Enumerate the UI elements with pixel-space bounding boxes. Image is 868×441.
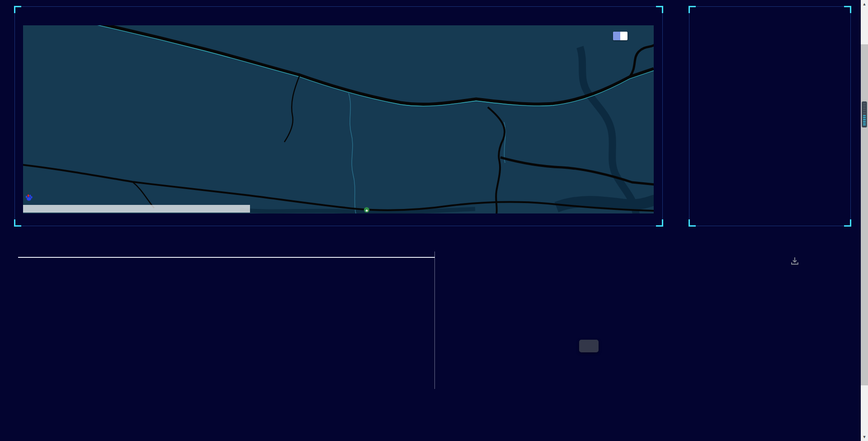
road [500, 157, 654, 185]
device-status-section [18, 240, 435, 258]
river [580, 47, 636, 213]
map-type-map-button[interactable] [613, 32, 620, 40]
scrollbar-thumb[interactable] [861, 44, 868, 385]
section-divider [434, 251, 435, 389]
park-icon-glyph: ♣ [365, 209, 368, 213]
device-address-panel [689, 6, 851, 226]
baidu-logo [25, 194, 34, 202]
road [132, 182, 154, 208]
panel-corner [689, 219, 696, 227]
map-type-toggle [613, 32, 627, 40]
panel-corner [14, 219, 21, 227]
line-chart[interactable] [470, 237, 832, 438]
panel-corner [656, 219, 663, 227]
panel-corner [689, 6, 696, 13]
scroll-widget [862, 101, 867, 128]
road [284, 75, 300, 142]
creek [349, 93, 356, 213]
panel-corner [844, 6, 851, 13]
panel-corner [656, 6, 663, 13]
map-canvas: ♣ [23, 25, 654, 213]
road-g318 [488, 107, 505, 213]
trip-statistics-section [470, 237, 832, 438]
chart-tooltip [579, 340, 599, 352]
scrollbar-up-arrow[interactable]: ▲ [861, 1, 868, 7]
road-highlight [86, 25, 654, 106]
tooltip-series-dot [585, 343, 589, 348]
table-header-row [18, 245, 435, 258]
device-location-panel: ♣ [14, 6, 663, 226]
baidu-paw-icon [25, 194, 33, 202]
panel-corner [844, 219, 851, 227]
panel-corner [14, 6, 21, 13]
dashboard: ♣ [0, 0, 868, 441]
baidu-map[interactable]: ♣ [23, 25, 654, 213]
road-g50 [86, 25, 654, 104]
scrollbar[interactable]: ▲ ▼ [861, 0, 868, 441]
map-attribution [23, 205, 250, 213]
road-x214 [23, 165, 654, 211]
scrollbar-down-arrow[interactable]: ▼ [861, 434, 868, 440]
map-type-hybrid-button[interactable] [620, 32, 627, 40]
